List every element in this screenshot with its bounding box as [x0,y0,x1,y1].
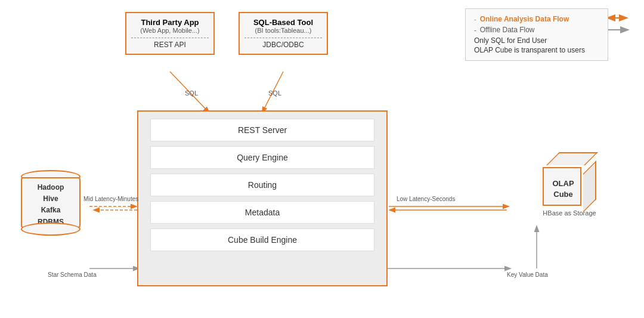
third-party-subtitle: (Web App, Mobile...) [131,27,209,34]
query-engine-row: Query Engine [150,146,374,169]
legend-bullet2: OLAP Cube is transparent to users [474,46,599,54]
hadoop-line2: Hive [43,194,58,203]
legend-row-online: - Online Analysis Data Flow [474,15,599,23]
hadoop-cylinder: Hadoop Hive Kafka RDBMS [21,170,80,236]
cube-right [583,160,596,212]
cube-shape: OLAP Cube [543,152,596,206]
sql-label-left: SQL [185,89,198,97]
box-olap: OLAP Cube HBase as Storage [528,152,611,217]
box-third-party: Third Party App (Web App, Mobile...) RES… [125,12,215,55]
box-hadoop: Hadoop Hive Kafka RDBMS [12,170,89,236]
olap-subtitle: Cube [553,190,573,199]
key-value-label: Key Value Data [507,271,548,278]
cube-build-engine-row: Cube Build Engine [150,229,374,251]
legend-row-offline: - Offline Data Flow [474,26,599,34]
olap-title: OLAP [552,179,574,188]
hbase-storage-label: HBase as Storage [528,209,611,217]
legend-offline-label: Offline Data Flow [480,26,599,34]
legend-box: - Online Analysis Data Flow - Offline Da… [465,8,608,61]
box-main: REST Server Query Engine Routing Metadat… [137,110,388,286]
jdbc-label: JDBC/ODBC [244,38,322,49]
star-schema-label: Star Schema Data [48,271,97,278]
rest-server-row: REST Server [150,119,374,141]
hadoop-line1: Hadoop [38,183,64,192]
rest-api-label: REST API [131,38,209,49]
metadata-row: Metadata [150,201,374,224]
hadoop-label: Hadoop Hive Kafka RDBMS [21,182,80,228]
legend-dash-online: - [474,16,476,23]
routing-row: Routing [150,174,374,196]
legend-online-label: Online Analysis Data Flow [480,15,599,23]
sql-tool-subtitle: (BI tools:Tableau...) [244,27,322,34]
low-latency-label: Low Latency-Seconds [397,196,455,202]
olap-text: OLAP Cube [544,178,583,200]
box-sql-tool: SQL-Based Tool (BI tools:Tableau...) JDB… [239,12,328,55]
mid-latency-label: Mid Latency-Minutes [83,196,138,202]
hadoop-cylinder-bottom [21,223,80,236]
sql-tool-title: SQL-Based Tool [244,18,322,27]
sql-label-right: SQL [268,89,281,97]
third-party-title: Third Party App [131,18,209,27]
legend-dash-offline: - [474,26,476,33]
cube-front: OLAP Cube [543,167,581,206]
legend-bullet1: Only SQL for End User [474,36,599,45]
hadoop-line3: Kafka [41,206,61,214]
diagram: - Online Analysis Data Flow - Offline Da… [0,0,644,318]
cube-top [546,152,598,165]
